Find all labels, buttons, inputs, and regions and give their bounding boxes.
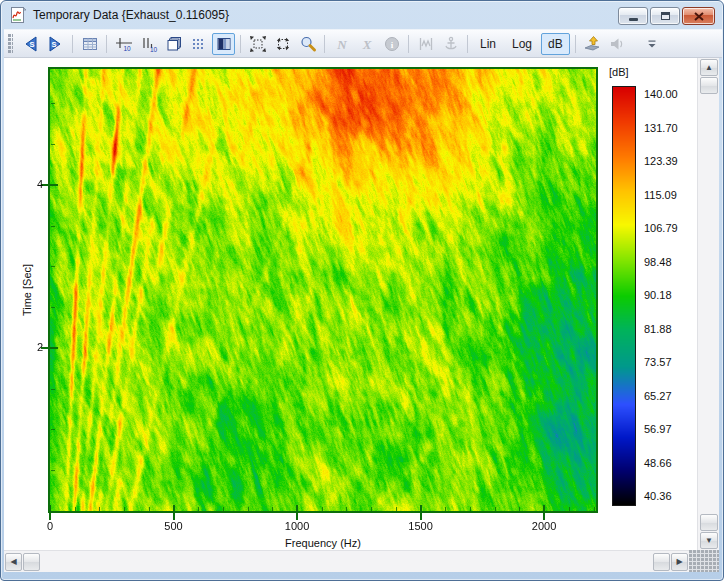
colorbar-gradient xyxy=(613,87,635,505)
colorbar-unit-label: [dB] xyxy=(609,66,629,78)
colorbar-tick-label: 81.88 xyxy=(644,323,694,335)
scroll-right-button[interactable]: ▶ xyxy=(671,553,688,571)
info-button: i xyxy=(380,33,403,55)
vscroll-extra-button[interactable] xyxy=(700,514,718,531)
y-minor-tick xyxy=(51,389,55,390)
toolbar-separator xyxy=(72,35,73,53)
plot-frame xyxy=(48,67,598,513)
scroll-down-button[interactable]: ▼ xyxy=(700,532,718,549)
x-minor-tick xyxy=(99,507,100,511)
x-minor-tick xyxy=(198,507,199,511)
colorbar-tick-label: 56.97 xyxy=(644,423,694,435)
colorbar-tick-label: 140.00 xyxy=(644,88,694,100)
colormap-view-button[interactable] xyxy=(212,33,235,55)
step-back-button[interactable]: S xyxy=(19,33,42,55)
horizontal-scrollbar[interactable]: ◀ ▶ xyxy=(4,550,689,572)
waterfall-view-button[interactable] xyxy=(162,33,185,55)
harmonic-cursor-button[interactable]: 10 xyxy=(112,33,135,55)
speaker-icon xyxy=(608,35,626,53)
toolbar-separator xyxy=(575,35,576,53)
lin-scale-button[interactable]: Lin xyxy=(473,33,503,55)
x-minor-tick xyxy=(445,507,446,511)
x-minor-tick xyxy=(75,507,76,511)
colorbar-tick-label: 48.66 xyxy=(644,457,694,469)
colorbar-tick-label: 131.70 xyxy=(644,122,694,134)
peak-marker-icon xyxy=(417,35,435,53)
close-button[interactable] xyxy=(682,7,715,25)
vertical-scrollbar[interactable]: ▲ ▼ xyxy=(697,58,719,550)
trace-view-button[interactable] xyxy=(187,33,210,55)
colorbar-tick-label: 98.48 xyxy=(644,256,694,268)
x-tick-label: 500 xyxy=(164,520,182,532)
zoom-in-button[interactable] xyxy=(271,33,294,55)
data-table-button[interactable] xyxy=(78,33,101,55)
resize-grip[interactable] xyxy=(689,550,719,572)
export-icon xyxy=(583,35,601,53)
sideband-cursor-button[interactable]: 10 xyxy=(137,33,160,55)
svg-text:10: 10 xyxy=(149,45,157,52)
svg-text:S: S xyxy=(29,40,34,49)
zoom-out-icon xyxy=(249,35,267,53)
minimize-icon xyxy=(629,18,638,21)
anchor-button xyxy=(439,33,462,55)
step-forward-button[interactable]: S xyxy=(44,33,67,55)
svg-text:S: S xyxy=(51,40,56,49)
colorbar-tick-label: 123.39 xyxy=(644,155,694,167)
y-minor-tick xyxy=(51,266,55,267)
x-tick-label: 1500 xyxy=(408,520,432,532)
restore-icon xyxy=(661,12,670,20)
hscroll-extra-button[interactable] xyxy=(653,553,670,571)
x-major-tick-inner xyxy=(173,505,175,511)
x-major-tick xyxy=(296,513,298,520)
toolbar-grip[interactable] xyxy=(8,34,13,54)
colorbar-tick-label: 73.57 xyxy=(644,356,694,368)
svg-text:10: 10 xyxy=(123,45,131,52)
zoom-box-button[interactable] xyxy=(296,33,319,55)
window-icon[interactable] xyxy=(10,7,27,23)
chevron-down-icon xyxy=(646,38,658,50)
export-button[interactable] xyxy=(581,33,604,55)
peak-cursor-button xyxy=(414,33,437,55)
audio-play-button xyxy=(606,33,629,55)
minimize-button[interactable] xyxy=(618,7,648,25)
y-minor-tick xyxy=(51,226,55,227)
colormap-icon xyxy=(215,35,233,53)
plot-panel: Time [Sec] Frequency (Hz) [dB] 050010001… xyxy=(4,58,697,550)
horizontal-scroll-thumb[interactable] xyxy=(23,553,40,571)
spectrogram-canvas[interactable] xyxy=(50,69,596,511)
info-icon: i xyxy=(383,35,401,53)
magnifier-icon xyxy=(299,35,317,53)
scroll-left-button[interactable]: ◀ xyxy=(5,553,22,571)
colorbar xyxy=(612,86,636,506)
colorbar-tick-label: 90.18 xyxy=(644,289,694,301)
colorbar-tick-label: 115.09 xyxy=(644,189,694,201)
x-tick-label: 0 xyxy=(47,520,53,532)
restore-button[interactable] xyxy=(650,7,680,25)
title-bar[interactable]: Temporary Data {Exhaust_0.116095} xyxy=(1,1,723,29)
y-axis-title: Time [Sec] xyxy=(21,264,33,316)
x-tick-label: 1000 xyxy=(285,520,309,532)
db-scale-button[interactable]: dB xyxy=(541,33,570,55)
y-major-tick-inner xyxy=(50,184,58,186)
x-tool-button: X xyxy=(355,33,378,55)
x-major-tick xyxy=(49,513,51,520)
vertical-scroll-thumb[interactable] xyxy=(700,77,718,94)
toolbar-separator xyxy=(106,35,107,53)
y-major-tick-inner xyxy=(50,347,58,349)
x-major-tick xyxy=(543,513,545,520)
svg-text:N: N xyxy=(336,37,347,52)
x-minor-tick xyxy=(223,507,224,511)
log-scale-button[interactable]: Log xyxy=(505,33,539,55)
zoom-out-button[interactable] xyxy=(246,33,269,55)
x-minor-tick xyxy=(594,507,595,511)
dotted-lines-icon xyxy=(190,35,208,53)
stacked-icon xyxy=(165,35,183,53)
x-minor-tick xyxy=(495,507,496,511)
colorbar-tick-label: 65.27 xyxy=(644,390,694,402)
y-tick-label: 4 xyxy=(22,178,43,190)
window-controls xyxy=(616,7,715,25)
x-major-tick-inner xyxy=(49,505,51,511)
scroll-up-button[interactable]: ▲ xyxy=(700,59,718,76)
y-minor-tick xyxy=(51,307,55,308)
toolbar-overflow-button[interactable] xyxy=(644,35,660,53)
